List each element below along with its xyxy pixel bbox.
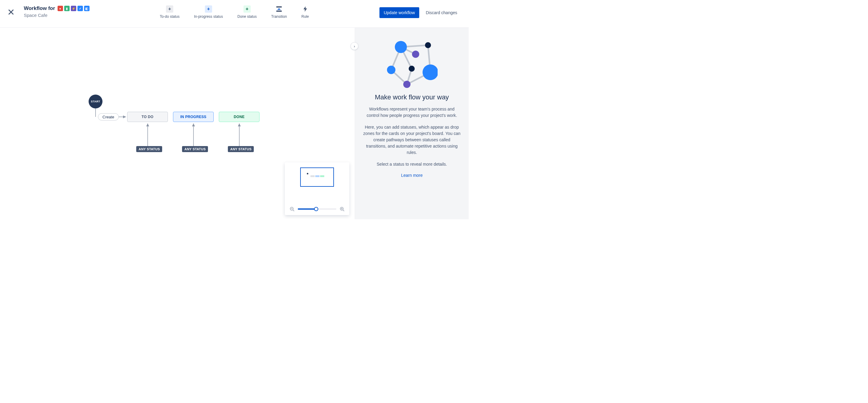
minimap-status-gray [310, 175, 315, 177]
page-subtitle: Space Cafe [24, 13, 90, 18]
page-title-prefix: Workflow for [24, 5, 55, 11]
plus-icon: + [244, 5, 251, 13]
zoom-slider-fill [298, 208, 316, 210]
add-inprogress-status-button[interactable]: + In-progress status [194, 5, 223, 19]
any-status-label[interactable]: ANY STATUS [228, 146, 254, 152]
zoom-slider[interactable] [298, 208, 336, 210]
title-block: Workflow for ● ▮ ⚡ ✓ ◧ Space Cafe [24, 5, 90, 18]
top-bar: ✕ Workflow for ● ▮ ⚡ ✓ ◧ Space Cafe + To… [0, 0, 469, 28]
add-todo-status-button[interactable]: + To-do status [160, 5, 179, 19]
svg-line-6 [343, 210, 344, 211]
svg-point-20 [409, 66, 415, 72]
panel-paragraph-2: Here, you can add statuses, which appear… [363, 124, 461, 156]
minimap-status-blue [315, 175, 319, 177]
toolbar: + To-do status + In-progress status + Do… [160, 5, 309, 19]
bug-icon: ● [58, 6, 63, 11]
any-status-label[interactable]: ANY STATUS [182, 146, 208, 152]
add-transition-button[interactable]: Transition [271, 5, 287, 19]
zoom-controls [285, 206, 349, 212]
update-workflow-button[interactable]: Update workflow [379, 7, 419, 18]
epic-icon: ⚡ [71, 6, 76, 11]
learn-more-link[interactable]: Learn more [363, 173, 461, 178]
zoom-slider-thumb[interactable] [314, 207, 318, 211]
task-icon: ✓ [78, 6, 83, 11]
svg-point-19 [412, 51, 419, 58]
any-status-label[interactable]: ANY STATUS [136, 146, 162, 152]
side-panel: Make work flow your way Workflows repres… [355, 28, 469, 219]
top-actions: Update workflow Discard changes [379, 7, 461, 18]
subtask-icon: ◧ [84, 6, 90, 11]
toolbar-label: Done status [238, 14, 257, 19]
svg-point-23 [403, 81, 410, 88]
plus-icon: + [166, 5, 173, 13]
zoom-in-button[interactable] [339, 206, 345, 212]
close-icon[interactable]: ✕ [7, 8, 15, 17]
plus-icon: + [205, 5, 212, 13]
issue-type-icons: ● ▮ ⚡ ✓ ◧ [58, 6, 90, 11]
svg-point-22 [423, 64, 438, 80]
panel-paragraph-1: Workflows represent your team's process … [363, 106, 461, 119]
transition-icon [276, 5, 283, 13]
status-done[interactable]: DONE [219, 112, 259, 122]
zoom-out-button[interactable] [289, 206, 295, 212]
create-transition-pill[interactable]: Create [98, 113, 119, 121]
status-in-progress[interactable]: IN PROGRESS [173, 112, 214, 122]
svg-point-18 [425, 42, 431, 48]
svg-rect-0 [276, 6, 282, 7]
status-todo[interactable]: TO DO [127, 112, 168, 122]
workflow-illustration [386, 40, 438, 88]
svg-point-17 [395, 41, 407, 53]
panel-heading: Make work flow your way [363, 93, 461, 101]
collapse-panel-button[interactable]: › [350, 42, 358, 50]
minimap-status-green [320, 175, 324, 177]
svg-point-21 [387, 66, 396, 74]
page-title-row: Workflow for ● ▮ ⚡ ✓ ◧ [24, 5, 90, 11]
lightning-icon [301, 5, 309, 13]
toolbar-label: In-progress status [194, 14, 223, 19]
toolbar-label: Transition [271, 14, 287, 19]
story-icon: ▮ [64, 6, 70, 11]
svg-rect-1 [276, 10, 282, 12]
panel-paragraph-3: Select a status to reveal more details. [363, 161, 461, 167]
svg-line-3 [293, 210, 294, 211]
minimap-viewport[interactable] [300, 167, 334, 187]
discard-changes-button[interactable]: Discard changes [422, 7, 461, 18]
start-node[interactable]: START [89, 95, 102, 108]
minimap-start-dot [307, 173, 308, 174]
toolbar-label: Rule [301, 14, 309, 19]
add-done-status-button[interactable]: + Done status [238, 5, 257, 19]
add-rule-button[interactable]: Rule [301, 5, 309, 19]
toolbar-label: To-do status [160, 14, 179, 19]
minimap [285, 162, 349, 215]
